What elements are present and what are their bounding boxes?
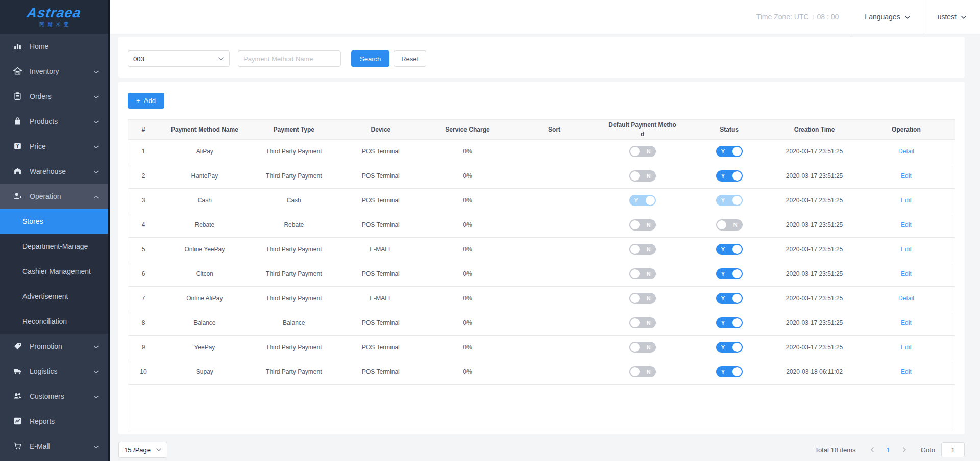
status-toggle[interactable]: Y <box>716 268 743 279</box>
sidebar-item-price[interactable]: ¥Price <box>0 134 108 159</box>
sidebar-item-operation[interactable]: Operation <box>0 184 108 209</box>
toggle-label: N <box>647 146 651 157</box>
add-button[interactable]: + Add <box>128 93 164 109</box>
detail-link[interactable]: Detail <box>898 295 914 302</box>
edit-link[interactable]: Edit <box>901 172 912 180</box>
table-body: 1AliPayThird Party PaymentPOS Terminal0%… <box>128 139 955 384</box>
toggle-knob <box>630 147 640 156</box>
sidebar-item-e-mall[interactable]: E-Mall <box>0 433 108 458</box>
status-toggle[interactable]: Y <box>716 366 743 377</box>
promotion-icon <box>13 342 22 350</box>
sidebar-item-warehouse[interactable]: Warehouse <box>0 159 108 184</box>
status-toggle[interactable]: Y <box>716 146 743 157</box>
next-page-button[interactable] <box>901 447 908 453</box>
store-select[interactable]: 003 <box>128 50 230 67</box>
toggle-label: Y <box>721 268 725 279</box>
cell-device: POS Terminal <box>337 139 424 164</box>
toggle-knob <box>732 269 742 278</box>
default-payment-toggle[interactable]: N <box>629 219 656 231</box>
sidebar-item-customers[interactable]: Customers <box>0 383 108 408</box>
prev-page-button[interactable] <box>869 447 875 453</box>
default-payment-toggle[interactable]: N <box>629 244 656 255</box>
default-payment-toggle[interactable]: N <box>629 317 656 328</box>
reset-button[interactable]: Reset <box>394 50 426 67</box>
toggle-knob <box>732 318 742 327</box>
cell-service-charge: 0% <box>424 286 511 311</box>
toggle-knob <box>732 171 742 181</box>
cell-payment-type: Third Party Payment <box>251 286 337 311</box>
default-payment-toggle[interactable]: N <box>629 293 656 304</box>
price-icon: ¥ <box>13 142 22 150</box>
cell-status: Y <box>687 360 771 384</box>
column-header-operation: Operation <box>857 120 955 139</box>
sidebar-subitem-department-manage[interactable]: Department-Manage <box>0 234 108 259</box>
edit-link[interactable]: Edit <box>901 319 912 326</box>
status-toggle[interactable]: Y <box>716 317 743 328</box>
cell-default-payment-method: N <box>598 139 687 164</box>
table-row: 7Online AliPayThird Party PaymentE-MALL0… <box>128 286 955 311</box>
cell-device: POS Terminal <box>337 360 424 384</box>
chevron-down-icon <box>93 443 99 449</box>
toggle-label: N <box>647 293 651 304</box>
languages-dropdown[interactable]: Languages <box>851 0 923 34</box>
page-size-select[interactable]: 15 /Page <box>118 442 167 458</box>
goto-page-input[interactable] <box>941 442 965 457</box>
edit-link[interactable]: Edit <box>901 197 912 204</box>
detail-link[interactable]: Detail <box>898 148 914 155</box>
chevron-down-icon <box>93 393 99 399</box>
toggle-knob <box>630 245 640 254</box>
sidebar-item-promotion[interactable]: Promotion <box>0 334 108 358</box>
sidebar-item-logistics[interactable]: Logistics <box>0 358 108 383</box>
status-toggle[interactable]: Y <box>716 244 743 255</box>
chevron-down-icon <box>218 56 224 62</box>
sidebar-item-inventory[interactable]: Inventory <box>0 59 108 84</box>
sidebar-subitem-reconciliation[interactable]: Reconciliation <box>0 309 108 334</box>
search-button[interactable]: Search <box>351 50 389 67</box>
sidebar-subitem-cashier-management[interactable]: Cashier Management <box>0 259 108 284</box>
sidebar-item-label: E-Mall <box>30 442 50 450</box>
cell-sort <box>511 286 598 311</box>
cell-default-payment-method: N <box>598 213 687 237</box>
toggle-label: Y <box>721 317 725 328</box>
default-payment-toggle[interactable]: N <box>629 342 656 353</box>
bar-chart-icon <box>13 42 22 50</box>
edit-link[interactable]: Edit <box>901 221 912 228</box>
sidebar-item-products[interactable]: Products <box>0 109 108 134</box>
cell-creation-time: 2020-03-17 23:51:25 <box>771 311 857 335</box>
status-toggle[interactable]: Y <box>716 170 743 182</box>
default-payment-toggle[interactable]: N <box>629 146 656 157</box>
cell-operation: Edit <box>857 335 955 360</box>
default-payment-toggle[interactable]: N <box>629 268 656 279</box>
user-dropdown[interactable]: ustest <box>924 0 980 34</box>
status-toggle[interactable]: N <box>716 219 743 231</box>
cell-payment-type: Third Party Payment <box>251 139 337 164</box>
sidebar-item-label: Customers <box>30 392 64 400</box>
cell-creation-time: 2020-03-17 23:51:25 <box>771 139 857 164</box>
current-page[interactable]: 1 <box>887 446 890 454</box>
table-row: 5Online YeePayThird Party PaymentE-MALL0… <box>128 237 955 262</box>
cell-operation: Edit <box>857 262 955 286</box>
operation-icon <box>13 192 22 200</box>
edit-link[interactable]: Edit <box>901 368 912 375</box>
sidebar-subitem-label: Department-Manage <box>22 242 88 250</box>
status-toggle[interactable]: Y <box>716 342 743 353</box>
edit-link[interactable]: Edit <box>901 344 912 351</box>
status-toggle: Y <box>716 195 743 206</box>
sidebar-item-orders[interactable]: Orders <box>0 84 108 109</box>
edit-link[interactable]: Edit <box>901 246 912 253</box>
payment-method-name-input[interactable] <box>238 50 341 67</box>
edit-link[interactable]: Edit <box>901 270 912 277</box>
sidebar-subitem-stores[interactable]: Stores <box>0 209 108 234</box>
sidebar-item-reports[interactable]: Reports <box>0 408 108 433</box>
cell-operation: Edit <box>857 237 955 262</box>
warehouse-icon <box>13 167 22 175</box>
cell-sort <box>511 164 598 188</box>
default-payment-toggle[interactable]: N <box>629 366 656 377</box>
cell-row-index: 2 <box>128 164 159 188</box>
sidebar-subitem-advertisement[interactable]: Advertisement <box>0 284 108 309</box>
status-toggle[interactable]: Y <box>716 293 743 304</box>
cell-payment-method-name: Cash <box>159 188 251 213</box>
sidebar-item-home[interactable]: Home <box>0 34 108 59</box>
column-header-service-charge: Service Charge <box>424 120 511 139</box>
default-payment-toggle[interactable]: N <box>629 170 656 182</box>
